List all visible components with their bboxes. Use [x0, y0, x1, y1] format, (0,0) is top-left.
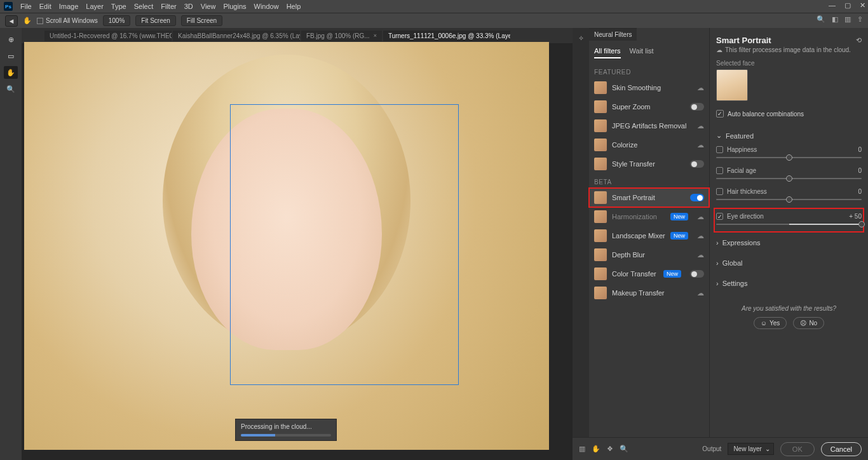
menu-edit[interactable]: Edit — [39, 3, 51, 10]
filter-smart-portrait[interactable]: Smart Portrait — [589, 188, 709, 207]
frame-icon[interactable]: ◧ — [832, 15, 838, 24]
filter-landscape-mixer[interactable]: Landscape MixerNew☁ — [589, 226, 709, 245]
scroll-all-checkbox[interactable]: Scroll All Windows — [37, 17, 98, 24]
close-tab-icon[interactable]: × — [374, 32, 377, 39]
frown-icon: ☹ — [800, 320, 806, 327]
filter-harmonization[interactable]: HarmonizationNew☁ — [589, 207, 709, 226]
menu-select[interactable]: Select — [134, 3, 154, 10]
smile-icon: ☺ — [761, 320, 767, 327]
toggle[interactable] — [690, 103, 704, 111]
settings-expander[interactable]: ›Settings — [716, 273, 862, 294]
global-expander[interactable]: ›Global — [716, 253, 862, 273]
minimize-icon[interactable]: — — [829, 1, 836, 10]
toggle[interactable] — [690, 160, 704, 168]
document-tabs: Untitled-1-Recovered @ 16.7% (www.THEOFF… — [22, 28, 573, 43]
search-icon[interactable]: 🔍 — [817, 15, 825, 24]
processing-toast: Processing in the cloud... — [235, 419, 337, 441]
chevron-right-icon: › — [716, 239, 719, 247]
neural-filters-panel: ✧ Neural Filters All filters Wait list F… — [573, 28, 868, 460]
filter-depth-blur[interactable]: Depth Blur☁ — [589, 245, 709, 264]
layers-icon[interactable]: ❖ — [607, 445, 613, 453]
filter-jpeg-artifacts[interactable]: JPEG Artifacts Removal☁ — [589, 116, 709, 135]
panel-title: Smart Portrait — [716, 36, 771, 45]
section-beta: BETA — [589, 173, 709, 188]
canvas[interactable]: Untitled-1-Recovered @ 16.7% (www.THEOFF… — [22, 28, 573, 460]
menu-bar: Ps File Edit Image Layer Type Select Fil… — [0, 0, 868, 13]
filter-makeup-transfer[interactable]: Makeup Transfer☁ — [589, 283, 709, 302]
output-select[interactable]: New layer⌄ — [728, 443, 773, 455]
home-button[interactable]: ◄ — [5, 15, 18, 27]
move-tool[interactable]: ⊕ — [4, 33, 18, 46]
fit-screen-button[interactable]: Fit Screen — [135, 15, 176, 26]
preview-icon[interactable]: ▥ — [579, 445, 585, 453]
cloud-icon: ☁ — [697, 122, 704, 130]
smart-portrait-settings: Smart Portrait ⟲ ☁This filter processes … — [710, 28, 868, 460]
cloud-icon: ☁ — [697, 289, 704, 297]
face-selection-box — [230, 104, 459, 385]
menu-3d[interactable]: 3D — [184, 3, 193, 10]
options-bar: ◄ ✋ Scroll All Windows 100% Fit Screen F… — [0, 13, 868, 28]
menu-plugins[interactable]: Plugins — [223, 3, 246, 10]
toggle[interactable] — [690, 270, 704, 278]
doc-tab-1[interactable]: KaishaBBallBanner24x48.jpg @ 6.35% (Laye… — [173, 30, 300, 41]
tab-all-filters[interactable]: All filters — [594, 47, 621, 58]
expressions-expander[interactable]: ›Expressions — [716, 233, 862, 253]
menu-filter[interactable]: Filter — [161, 3, 176, 10]
workspace-icon[interactable]: ▥ — [844, 15, 851, 24]
hand-tool[interactable]: ✋ — [4, 66, 18, 79]
zoom-icon[interactable]: 🔍 — [620, 445, 628, 453]
cancel-button[interactable]: Cancel — [821, 442, 862, 456]
hand-icon[interactable]: ✋ — [592, 445, 600, 453]
share-icon[interactable]: ⇪ — [857, 15, 863, 24]
featured-expander[interactable]: ⌄Featured — [716, 126, 862, 145]
filter-super-zoom[interactable]: Super Zoom — [589, 97, 709, 116]
slider-facial-age[interactable]: Facial age0 — [716, 166, 862, 187]
document-image — [24, 42, 549, 450]
menu-file[interactable]: File — [20, 3, 32, 10]
ok-button[interactable]: OK — [780, 442, 815, 456]
doc-tab-0[interactable]: Untitled-1-Recovered @ 16.7% (www.THEOFF… — [44, 30, 172, 41]
menu-view[interactable]: View — [201, 3, 216, 10]
toggle[interactable] — [690, 194, 704, 201]
no-button[interactable]: ☹No — [793, 317, 824, 329]
doc-tab-3[interactable]: Turners_111121_0006e.jpg @ 33.3% (Layer … — [383, 30, 510, 41]
tab-wait-list[interactable]: Wait list — [630, 47, 654, 58]
brush-icon[interactable]: ✧ — [578, 34, 584, 43]
cloud-icon: ☁ — [697, 84, 704, 92]
auto-balance-checkbox[interactable]: Auto balance combinations — [716, 110, 862, 118]
fill-screen-button[interactable]: Fill Screen — [181, 15, 222, 26]
selected-face-thumb[interactable] — [716, 69, 748, 101]
filter-color-transfer[interactable]: Color TransferNew — [589, 264, 709, 283]
slider-hair-thickness[interactable]: Hair thickness0 — [716, 187, 862, 208]
slider-eye-direction[interactable]: Eye direction+ 50 — [716, 212, 862, 226]
slider-happiness[interactable]: Happiness0 — [716, 145, 862, 166]
cloud-icon: ☁ — [697, 141, 704, 149]
menu-type[interactable]: Type — [111, 3, 126, 10]
bottom-bar: ▥ ✋ ❖ 🔍 Output New layer⌄ OK Cancel — [573, 437, 868, 460]
reset-icon[interactable]: ⟲ — [856, 36, 862, 44]
section-featured: FEATURED — [589, 64, 709, 78]
cloud-icon: ☁ — [716, 46, 722, 53]
cloud-icon: ☁ — [697, 232, 704, 240]
cloud-icon: ☁ — [697, 251, 704, 259]
menu-help[interactable]: Help — [287, 3, 301, 10]
close-icon[interactable]: ✕ — [860, 1, 865, 10]
chevron-down-icon: ⌄ — [716, 132, 722, 140]
filter-style-transfer[interactable]: Style Transfer — [589, 154, 709, 173]
menu-window[interactable]: Window — [254, 3, 279, 10]
maximize-icon[interactable]: ▢ — [844, 1, 851, 10]
filter-colorize[interactable]: Colorize☁ — [589, 135, 709, 154]
panel-tab-neural[interactable]: Neural Filters — [589, 28, 637, 41]
menu-layer[interactable]: Layer — [86, 3, 104, 10]
app-logo: Ps — [4, 2, 13, 11]
tool-strip: ⊕ ▭ ✋ 🔍 — [0, 28, 22, 460]
zoom-field[interactable]: 100% — [103, 15, 131, 26]
doc-tab-2[interactable]: FB.jpg @ 100% (RG...× — [301, 30, 382, 41]
hand-icon[interactable]: ✋ — [23, 17, 32, 25]
yes-button[interactable]: ☺Yes — [754, 317, 787, 329]
menu-image[interactable]: Image — [59, 3, 79, 10]
filter-skin-smoothing[interactable]: Skin Smoothing☁ — [589, 78, 709, 97]
cloud-icon: ☁ — [697, 213, 704, 221]
zoom-tool[interactable]: 🔍 — [4, 83, 18, 95]
artboard-tool[interactable]: ▭ — [4, 50, 18, 62]
